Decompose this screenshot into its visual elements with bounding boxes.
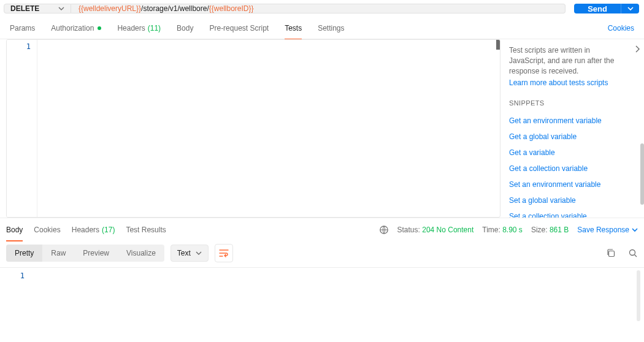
response-gutter: 1 (0, 268, 31, 324)
size-value: 861 B (550, 226, 569, 234)
copy-response-button[interactable] (606, 248, 616, 258)
response-line-1: 1 (20, 272, 25, 280)
resp-tab-cookies-label: Cookies (34, 226, 60, 234)
status-label-text: Status: (397, 226, 420, 234)
status-value: 204 No Content (422, 226, 473, 234)
url-var-2: {{wellboreID}} (209, 4, 254, 13)
search-response-button[interactable] (628, 248, 638, 258)
tab-params-label: Params (10, 24, 35, 32)
url-plain-1: /storage/v1/wellbore/ (141, 4, 209, 13)
tests-help-text: Test scripts are written in JavaScript, … (509, 45, 635, 76)
snippet-item[interactable]: Set a collection variable (509, 208, 635, 218)
send-dropdown[interactable] (621, 4, 639, 13)
method-label: DELETE (10, 4, 39, 13)
content-type-select[interactable]: Text (171, 245, 209, 262)
chevron-down-icon (627, 6, 634, 12)
size-label: Size: 861 B (531, 226, 569, 234)
learn-more-link[interactable]: Learn more about tests scripts (509, 78, 635, 87)
authorization-active-dot (98, 26, 101, 30)
resp-tab-test-results[interactable]: Test Results (126, 218, 166, 241)
time-label-text: Time: (482, 226, 500, 234)
snippet-item[interactable]: Get a collection variable (509, 161, 635, 177)
globe-icon[interactable] (379, 225, 389, 235)
tab-headers-label: Headers (117, 24, 145, 32)
save-response-button[interactable]: Save Response (577, 226, 638, 234)
resp-tab-headers-count: (17) (102, 226, 115, 234)
chevron-down-icon (632, 227, 638, 233)
resp-tab-cookies[interactable]: Cookies (34, 218, 60, 241)
svg-rect-1 (609, 251, 615, 257)
view-visualize[interactable]: Visualize (118, 245, 164, 262)
snippet-item[interactable]: Set a global variable (509, 192, 635, 208)
tab-authorization[interactable]: Authorization (51, 17, 101, 39)
resp-tab-headers-label: Headers (72, 226, 99, 234)
editor-code-area[interactable] (37, 40, 500, 217)
svg-point-2 (630, 250, 635, 256)
save-response-label: Save Response (577, 226, 629, 234)
resp-tab-headers[interactable]: Headers(17) (72, 218, 115, 241)
tab-body-label: Body (177, 24, 193, 32)
view-segmented-control: Pretty Raw Preview Visualize (6, 245, 164, 262)
tab-body[interactable]: Body (177, 17, 193, 39)
tab-tests-label: Tests (285, 24, 302, 32)
view-preview[interactable]: Preview (74, 245, 118, 262)
chevron-down-icon (196, 250, 202, 256)
time-value: 8.90 s (502, 226, 523, 234)
response-body[interactable]: 1 (0, 267, 644, 324)
editor-gutter: 1 (7, 40, 37, 217)
chevron-right-icon (634, 45, 640, 53)
wrap-icon (219, 249, 229, 257)
tab-params[interactable]: Params (10, 17, 35, 39)
snippet-item[interactable]: Set an environment variable (509, 177, 635, 192)
tab-authorization-label: Authorization (51, 24, 94, 32)
snippets-heading: SNIPPETS (509, 99, 635, 107)
tab-prerequest-label: Pre-request Script (209, 24, 269, 32)
chevron-down-icon (58, 6, 64, 12)
search-icon (628, 248, 638, 258)
tab-tests[interactable]: Tests (285, 17, 302, 39)
url-input[interactable]: {{welldeliveryURL}}/storage/v1/wellbore/… (71, 4, 565, 13)
tab-prerequest[interactable]: Pre-request Script (209, 17, 269, 39)
time-label: Time: 8.90 s (482, 226, 523, 234)
send-button[interactable]: Send (574, 4, 621, 13)
status-label: Status: 204 No Content (397, 226, 474, 234)
snippets-scrollbar[interactable] (640, 143, 644, 205)
copy-icon (606, 248, 616, 258)
collapse-snippets-button[interactable] (634, 45, 640, 53)
snippet-item[interactable]: Get a variable (509, 145, 635, 161)
tab-settings-label: Settings (318, 24, 344, 32)
tests-editor[interactable]: 1 (6, 39, 500, 218)
wrap-lines-button[interactable] (215, 244, 233, 262)
view-pretty[interactable]: Pretty (6, 245, 42, 262)
view-raw[interactable]: Raw (42, 245, 74, 262)
tab-headers[interactable]: Headers(11) (117, 17, 161, 39)
resp-tab-test-results-label: Test Results (126, 226, 166, 234)
editor-line-1: 1 (26, 42, 31, 51)
tab-headers-count: (11) (148, 24, 161, 32)
snippet-item[interactable]: Get a global variable (509, 129, 635, 145)
method-select[interactable]: DELETE (4, 4, 71, 13)
tab-settings[interactable]: Settings (318, 17, 344, 39)
snippet-item[interactable]: Get an environment variable (509, 113, 635, 129)
url-var-1: {{welldeliveryURL}} (79, 4, 141, 13)
resp-tab-body-label: Body (6, 226, 23, 234)
cookies-link[interactable]: Cookies (608, 24, 634, 32)
content-type-label: Text (177, 249, 191, 257)
resp-tab-body[interactable]: Body (6, 218, 23, 241)
snippets-panel: Test scripts are written in JavaScript, … (500, 39, 644, 218)
size-label-text: Size: (531, 226, 548, 234)
